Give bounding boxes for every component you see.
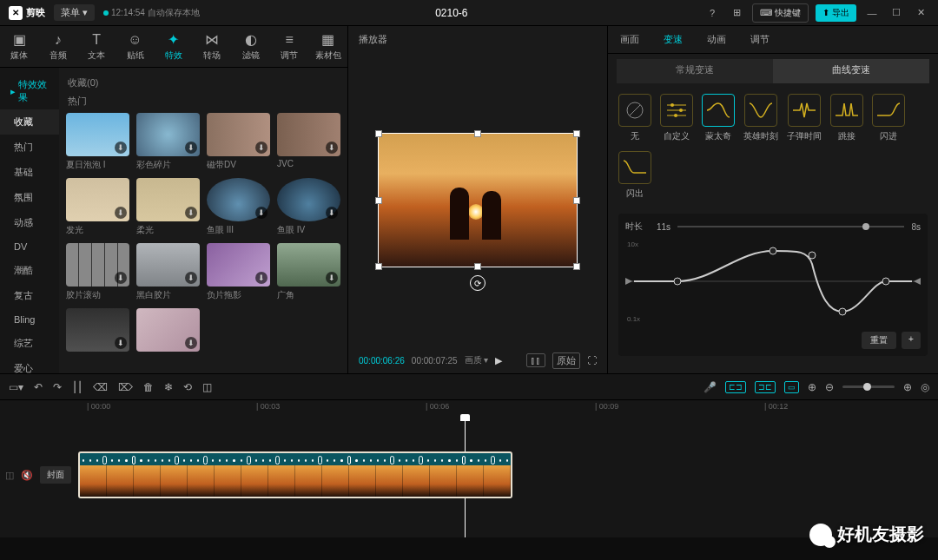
asset-tab-调节[interactable]: ≡调节: [270, 26, 308, 67]
play-button[interactable]: ▶: [495, 355, 502, 366]
resize-handle[interactable]: [573, 130, 580, 137]
delete-left-tool[interactable]: ⌫: [93, 381, 108, 393]
mirror-tool[interactable]: ⟲: [183, 381, 192, 393]
redo-button[interactable]: ↷: [53, 381, 62, 393]
align-button[interactable]: ⊕: [808, 381, 816, 393]
resize-handle[interactable]: [573, 263, 580, 270]
minimize-button[interactable]: —: [863, 8, 881, 18]
reset-button[interactable]: 重置: [862, 332, 896, 349]
freeze-tool[interactable]: ❄: [164, 381, 173, 393]
rotate-handle[interactable]: ⟳: [470, 275, 486, 291]
zoom-out-button[interactable]: ⊖: [825, 381, 834, 393]
asset-tab-特效[interactable]: ✦特效: [155, 26, 193, 67]
effect-item[interactable]: ⬇: [66, 308, 129, 354]
download-icon[interactable]: ⬇: [255, 207, 268, 219]
sidebar-item-潮酷[interactable]: 潮酷: [0, 258, 59, 283]
download-icon[interactable]: ⬇: [255, 142, 268, 154]
effect-item[interactable]: ⬇柔光: [136, 178, 200, 236]
download-icon[interactable]: ⬇: [185, 142, 197, 154]
download-icon[interactable]: ⬇: [115, 272, 127, 284]
quality-label[interactable]: 画质 ▾: [465, 354, 489, 366]
magnet-main[interactable]: ⊏⊐: [725, 381, 746, 393]
download-icon[interactable]: ⬇: [185, 337, 197, 349]
effect-item[interactable]: ⬇鱼眼 IV: [277, 178, 340, 236]
asset-tab-音频[interactable]: ♪音频: [38, 26, 76, 67]
resize-handle[interactable]: [375, 197, 382, 204]
download-icon[interactable]: ⬇: [115, 142, 127, 154]
prop-tab-调节[interactable]: 调节: [738, 26, 782, 53]
resize-handle[interactable]: [474, 263, 481, 270]
asset-tab-滤镜[interactable]: ◐滤镜: [232, 26, 270, 67]
resize-handle[interactable]: [573, 197, 580, 204]
delete-tool[interactable]: 🗑: [143, 381, 154, 393]
download-icon[interactable]: ⬇: [115, 337, 127, 349]
layout-button[interactable]: ⊞: [728, 7, 745, 18]
prop-tab-动画[interactable]: 动画: [695, 26, 738, 53]
original-button[interactable]: 原始: [552, 352, 580, 369]
menu-button[interactable]: 菜单▾: [54, 4, 95, 21]
speed-preset-flashin[interactable]: 闪进: [872, 94, 905, 142]
sidebar-item-收藏[interactable]: 收藏: [0, 109, 59, 135]
speed-preset-bullet[interactable]: 子弹时间: [787, 94, 822, 142]
zoom-fit-button[interactable]: ◎: [921, 381, 929, 393]
speed-preset-jump[interactable]: 跳接: [830, 94, 863, 142]
fullscreen-button[interactable]: ⛶: [587, 355, 597, 366]
effect-item[interactable]: ⬇: [136, 308, 200, 354]
sidebar-item-热门[interactable]: 热门: [0, 135, 59, 160]
effect-item[interactable]: ⬇磁带DV: [207, 113, 270, 171]
effect-item[interactable]: ⬇负片拖影: [207, 243, 270, 301]
effect-item[interactable]: ⬇广角: [277, 243, 340, 301]
help-button[interactable]: ?: [704, 8, 721, 18]
sub-tab-常规变速[interactable]: 常规变速: [617, 59, 773, 83]
sidebar-item-复古[interactable]: 复古: [0, 283, 59, 308]
ratio-button[interactable]: ⫿⫿: [526, 353, 545, 367]
maximize-button[interactable]: ☐: [888, 7, 905, 18]
zoom-slider[interactable]: [842, 385, 895, 388]
duration-slider[interactable]: [677, 226, 904, 227]
mic-button[interactable]: 🎤: [704, 381, 717, 393]
cover-button[interactable]: 封面: [40, 466, 71, 484]
magnet-link[interactable]: ⊐⊏: [755, 381, 776, 393]
download-icon[interactable]: ⬇: [185, 272, 197, 284]
effect-item[interactable]: ⬇夏日泡泡 I: [66, 113, 129, 171]
track-lock-icon[interactable]: ◫: [5, 470, 14, 481]
effect-item[interactable]: ⬇彩色碎片: [136, 113, 200, 171]
close-button[interactable]: ✕: [912, 7, 929, 18]
export-button[interactable]: ⬆ 导出: [816, 4, 856, 22]
speed-preset-none[interactable]: 无: [618, 94, 651, 142]
effect-item[interactable]: ⬇发光: [66, 178, 129, 236]
sidebar-item-基础[interactable]: 基础: [0, 160, 59, 185]
delete-right-tool[interactable]: ⌦: [118, 381, 133, 393]
speed-curve-canvas[interactable]: 10x 0.1x: [625, 238, 921, 325]
crop-tool[interactable]: ◫: [202, 381, 212, 393]
download-icon[interactable]: ⬇: [185, 207, 197, 219]
effect-item[interactable]: ⬇胶片滚动: [66, 243, 129, 301]
video-clip[interactable]: [78, 451, 512, 498]
sub-tab-曲线变速[interactable]: 曲线变速: [773, 59, 929, 83]
prop-tab-画面[interactable]: 画面: [608, 26, 651, 53]
sidebar-item-爱心[interactable]: 爱心: [0, 356, 59, 373]
download-icon[interactable]: ⬇: [326, 272, 338, 284]
asset-tab-媒体[interactable]: ▣媒体: [0, 26, 38, 67]
speed-preset-custom[interactable]: 自定义: [660, 94, 693, 142]
resize-handle[interactable]: [474, 130, 481, 137]
sidebar-item-氛围[interactable]: 氛围: [0, 185, 59, 210]
sidebar-item-DV[interactable]: DV: [0, 235, 59, 258]
track-mute-icon[interactable]: 🔇: [21, 470, 33, 481]
shortcuts-button[interactable]: ⌨ 快捷键: [752, 3, 809, 23]
add-point-button[interactable]: +: [902, 332, 921, 349]
select-tool[interactable]: ▭▾: [9, 381, 23, 393]
download-icon[interactable]: ⬇: [255, 272, 268, 284]
prop-tab-变速[interactable]: 变速: [651, 26, 695, 53]
resize-handle[interactable]: [375, 263, 382, 270]
video-canvas[interactable]: ⟳: [378, 133, 578, 267]
sidebar-item-动感[interactable]: 动感: [0, 210, 59, 235]
asset-tab-转场[interactable]: ⋈转场: [193, 26, 231, 67]
undo-button[interactable]: ↶: [34, 381, 43, 393]
speed-preset-montage[interactable]: 蒙太奇: [702, 94, 735, 142]
sidebar-item-Bling[interactable]: Bling: [0, 308, 59, 331]
magnet-preview[interactable]: ▭: [784, 381, 799, 393]
download-icon[interactable]: ⬇: [115, 207, 127, 219]
asset-tab-文本[interactable]: T文本: [77, 26, 116, 67]
sidebar-item-综艺[interactable]: 综艺: [0, 331, 59, 356]
